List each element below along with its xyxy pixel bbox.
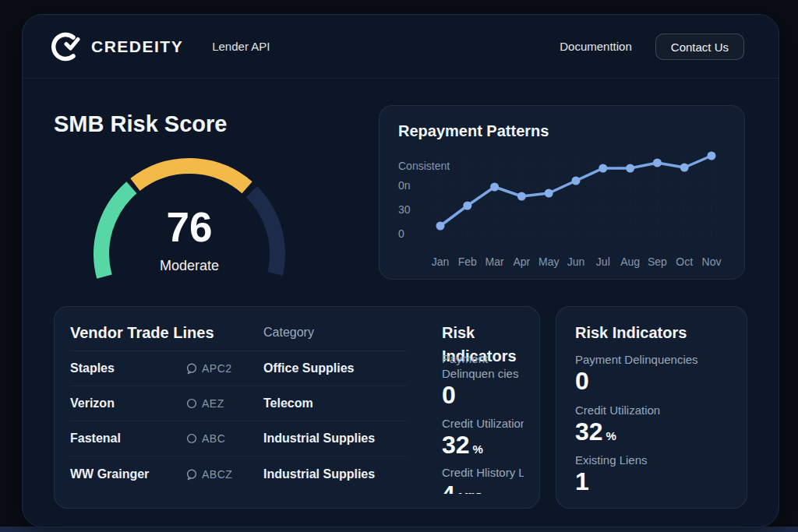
indicator-value: 1 xyxy=(575,467,589,495)
vendor-category: Industrial Supplies xyxy=(263,467,375,481)
risk-score-value: 76 xyxy=(65,206,314,248)
speech-bubble-icon xyxy=(185,362,198,375)
svg-text:Sep: Sep xyxy=(648,255,667,268)
indicator-label: Credit Hlistory Leng xyxy=(442,465,524,480)
c-checkmark-logo-icon xyxy=(49,30,80,63)
svg-text:0: 0 xyxy=(398,227,404,240)
indicator-label: Credit Utilization xyxy=(575,403,728,417)
risk-indicators-title: Risk Indicators xyxy=(575,321,728,344)
vendor-code: APC2 xyxy=(185,362,263,375)
svg-text:Mar: Mar xyxy=(486,255,504,268)
vendor-table: Vendor Trade Lines Category Staples APC2 xyxy=(70,321,407,494)
table-row: Verizon AEZ Telecom xyxy=(70,386,407,421)
top-navbar: CREDEITY Lender API Documenttion Contact… xyxy=(23,15,779,79)
vendor-code: AEZ xyxy=(185,397,263,410)
indicator-value: 4 xyxy=(442,481,455,494)
vendor-table-header: Vendor Trade Lines Category xyxy=(70,321,407,344)
risk-indicators-inline: Risk Indicators Payment Delinquen cies 0… xyxy=(407,321,524,494)
svg-text:Apr: Apr xyxy=(514,255,531,268)
indicator-label: Existing Liens xyxy=(575,453,728,467)
indicator-suffix: yrs xyxy=(459,487,484,494)
vendor-category: Office Supplies xyxy=(263,361,354,375)
svg-text:Nov: Nov xyxy=(702,255,722,268)
brand-logo[interactable]: CREDEITY xyxy=(49,30,183,63)
vendor-category: Telecom xyxy=(263,396,313,410)
contact-us-button[interactable]: Contact Us xyxy=(655,33,744,60)
svg-text:Jul: Jul xyxy=(596,255,610,268)
svg-text:Jan: Jan xyxy=(432,255,450,268)
speech-bubble-icon xyxy=(185,468,198,481)
vendor-category: Industrial Supplies xyxy=(263,432,375,446)
vendor-name: Fastenal xyxy=(70,432,185,446)
main-panel: CREDEITY Lender API Documenttion Contact… xyxy=(22,14,779,527)
svg-text:Oct: Oct xyxy=(676,255,693,268)
risk-indicators-title: Risk Indicators xyxy=(442,321,524,344)
indicator-item: Credit Utilization 32% xyxy=(442,416,524,459)
page-title: SMB Risk Score xyxy=(54,111,227,137)
indicator-label: Credit Utilization xyxy=(442,416,524,431)
table-row: Staples APC2 Office Supplies xyxy=(70,351,407,386)
svg-text:Aug: Aug xyxy=(620,255,640,268)
app-window: CREDEITY Lender API Documenttion Contact… xyxy=(0,0,798,532)
vendor-code: ABCZ xyxy=(185,468,263,481)
vendor-name: Staples xyxy=(70,361,185,375)
indicator-value: 0 xyxy=(442,381,456,409)
indicator-item: Credit Hlistory Leng 4yrs xyxy=(442,465,524,494)
vendor-code-text: APC2 xyxy=(202,362,232,375)
vendor-code-text: ABCZ xyxy=(202,468,232,481)
nav-item-documentation[interactable]: Documenttion xyxy=(560,40,632,53)
svg-text:Jun: Jun xyxy=(567,255,585,268)
vendor-name: WW Grainger xyxy=(70,467,185,481)
svg-text:Consistent: Consistent xyxy=(398,160,450,172)
chart-title: Repayment Patterns xyxy=(398,122,549,140)
brand-name: CREDEITY xyxy=(91,37,183,56)
indicator-suffix: % xyxy=(606,429,616,442)
svg-text:Feb: Feb xyxy=(458,255,477,268)
category-column-header: Category xyxy=(263,326,314,340)
indicator-item: Credit Utilization 32% xyxy=(575,403,728,446)
indicator-value: 0 xyxy=(575,367,589,395)
circle-icon xyxy=(185,397,198,410)
indicator-value: 32 xyxy=(575,417,603,446)
vendor-name: Verizon xyxy=(70,396,185,410)
indicator-value: 32 xyxy=(442,431,470,459)
indicator-suffix: % xyxy=(473,442,483,456)
svg-text:0n: 0n xyxy=(398,179,411,192)
table-row: Fastenal ABC Industrial Supplies xyxy=(70,421,407,456)
vendor-code-text: AEZ xyxy=(202,397,224,410)
indicator-item: Payment Delinquencies 0 xyxy=(575,352,728,395)
table-row: WW Grainger ABCZ Industrial Supplies xyxy=(70,456,407,491)
vendor-code: ABC xyxy=(185,432,263,445)
circle-icon xyxy=(185,432,198,445)
vendor-code-text: ABC xyxy=(202,432,225,445)
indicator-label: Payment Delinquencies xyxy=(575,352,728,367)
risk-indicators-card: Risk Indicators Payment Delinquencies 0 … xyxy=(556,306,747,509)
vendor-table-title: Vendor Trade Lines xyxy=(70,324,263,342)
vendor-trade-lines-card: Vendor Trade Lines Category Staples APC2 xyxy=(54,306,540,509)
indicator-item: Existing Liens 1 xyxy=(575,453,728,495)
svg-text:30: 30 xyxy=(398,203,411,216)
repayment-patterns-card: Consistent0n300JanFebMarAprMayJunJulAugS… xyxy=(379,105,745,280)
nav-item-lender-api[interactable]: Lender API xyxy=(212,40,270,53)
svg-text:May: May xyxy=(538,255,559,268)
risk-gauge: 76 Moderate xyxy=(65,149,314,291)
risk-score-level: Moderate xyxy=(65,258,314,274)
bottom-accent-strip xyxy=(0,527,798,532)
